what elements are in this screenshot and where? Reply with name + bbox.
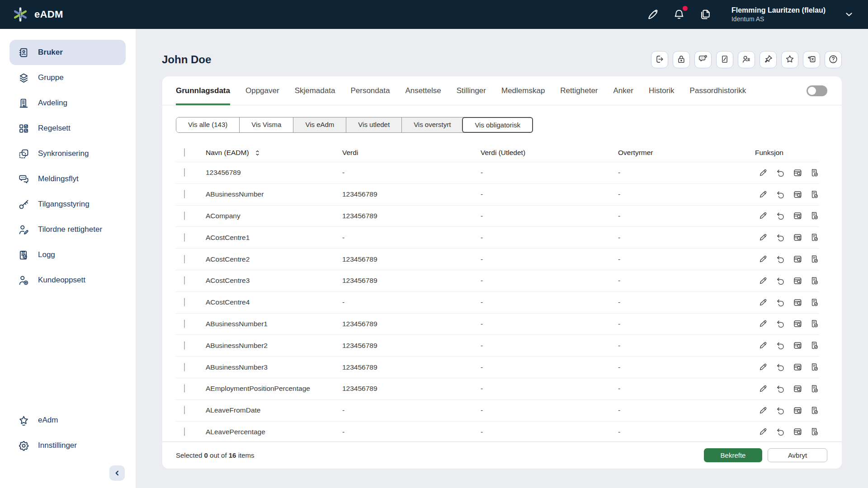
edit-icon[interactable] [759,232,768,243]
row-checkbox[interactable] [184,427,185,436]
edit-icon[interactable] [759,427,768,437]
undo-icon[interactable] [776,211,785,221]
inspect-icon[interactable] [793,405,802,416]
sidebar-item-regelsett[interactable]: Regelsett [9,116,126,141]
row-checkbox[interactable] [184,255,185,263]
box-x-button[interactable] [803,51,820,68]
inspect-icon[interactable] [793,384,802,394]
chevron-down-icon[interactable] [844,9,854,20]
edit-icon[interactable] [759,384,768,394]
inspect-icon[interactable] [793,427,802,437]
edit-icon[interactable] [759,340,768,351]
undo-icon[interactable] [776,319,785,329]
undo-icon[interactable] [776,189,785,200]
column-header-navn[interactable]: Navn (EADM) [206,149,249,157]
edit-icon[interactable] [759,168,768,178]
inspect-icon[interactable] [793,319,802,329]
inspect-icon[interactable] [793,211,802,221]
sidebar-item-avdeling[interactable]: Avdeling [9,90,126,116]
tag-button[interactable] [716,51,733,68]
filter-vis-eadm[interactable]: Vis eAdm [293,117,346,132]
sort-icon[interactable] [254,149,261,157]
user-menu[interactable]: Flemming Lauritzen (flelau) Identum AS [731,6,826,23]
tab-medlemskap[interactable]: Medlemskap [501,76,545,105]
inspect-icon[interactable] [793,297,802,308]
row-checkbox[interactable] [184,341,185,350]
sidebar-collapse-button[interactable] [109,465,125,481]
tab-anker[interactable]: Anker [613,76,633,105]
sidebar-item-bruker[interactable]: Bruker [9,40,126,65]
tab-rettigheter[interactable]: Rettigheter [560,76,598,105]
inspect-icon[interactable] [793,362,802,372]
row-checkbox[interactable] [184,211,185,220]
approve-icon[interactable] [810,340,819,351]
inspect-icon[interactable] [793,189,802,200]
undo-icon[interactable] [776,384,785,394]
row-checkbox[interactable] [184,298,185,306]
approve-icon[interactable] [810,168,819,178]
undo-icon[interactable] [776,254,785,264]
sidebar-item-tilgangsstyring[interactable]: Tilgangsstyring [9,192,126,217]
inspect-icon[interactable] [793,276,802,286]
help-button[interactable] [825,51,842,68]
tab-grunnlagsdata[interactable]: Grunnlagsdata [176,76,230,105]
row-checkbox[interactable] [184,406,185,414]
pen-button[interactable] [646,8,659,21]
select-all-checkbox[interactable] [184,148,185,157]
chat-status-button[interactable] [694,51,712,68]
sidebar-item-eadm[interactable]: eAdm [9,408,126,433]
row-checkbox[interactable] [184,233,185,242]
undo-icon[interactable] [776,362,785,372]
undo-icon[interactable] [776,405,785,416]
inspect-icon[interactable] [793,254,802,264]
filter-vis-visma[interactable]: Vis Visma [239,117,293,132]
sidebar-item-meldingsflyt[interactable]: Meldingsflyt [9,166,126,192]
approve-icon[interactable] [810,189,819,200]
approve-icon[interactable] [810,384,819,394]
row-checkbox[interactable] [184,319,185,328]
filter-vis-alle-143[interactable]: Vis alle (143) [176,117,239,132]
inspect-icon[interactable] [793,340,802,351]
inspect-icon[interactable] [793,168,802,178]
row-checkbox[interactable] [184,363,185,371]
filter-vis-obligatorisk[interactable]: Vis obligatorisk [462,117,533,133]
approve-icon[interactable] [810,362,819,372]
undo-icon[interactable] [776,340,785,351]
confirm-button[interactable]: Bekrefte [704,448,762,462]
edit-icon[interactable] [759,362,768,372]
tab-stillinger[interactable]: Stillinger [457,76,486,105]
view-toggle[interactable] [807,85,827,96]
sidebar-item-kundeoppsett[interactable]: Kundeoppsett [9,267,126,293]
approve-icon[interactable] [810,254,819,264]
undo-icon[interactable] [776,297,785,308]
person-list-button[interactable] [738,51,755,68]
tab-ansettelse[interactable]: Ansettelse [405,76,441,105]
cancel-button[interactable]: Avbryt [768,448,827,462]
approve-icon[interactable] [810,232,819,243]
filter-vis-utledet[interactable]: Vis utledet [346,117,401,132]
sidebar-item-innstillinger[interactable]: Innstillinger [9,433,126,458]
approve-icon[interactable] [810,276,819,286]
sidebar-item-logg[interactable]: Logg [9,242,126,267]
approve-icon[interactable] [810,427,819,437]
inspect-icon[interactable] [793,232,802,243]
edit-icon[interactable] [759,319,768,329]
star-button[interactable] [781,51,798,68]
tab-passordhistorikk[interactable]: Passordhistorikk [690,76,746,105]
row-checkbox[interactable] [184,168,185,177]
pin-button[interactable] [760,51,777,68]
sidebar-item-synkronisering[interactable]: Synkronisering [9,141,126,166]
edit-icon[interactable] [759,189,768,200]
edit-icon[interactable] [759,297,768,308]
tab-persondata[interactable]: Persondata [350,76,390,105]
tab-oppgaver[interactable]: Oppgaver [245,76,279,105]
tab-skjemadata[interactable]: Skjemadata [295,76,335,105]
sidebar-item-gruppe[interactable]: Gruppe [9,65,126,90]
undo-icon[interactable] [776,232,785,243]
row-checkbox[interactable] [184,384,185,393]
bell-button[interactable] [673,8,685,21]
documents-button[interactable] [699,8,712,21]
undo-icon[interactable] [776,276,785,286]
approve-icon[interactable] [810,319,819,329]
undo-icon[interactable] [776,168,785,178]
